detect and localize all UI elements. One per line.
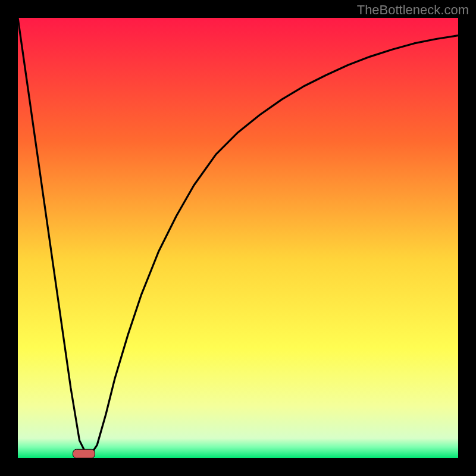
gradient-background xyxy=(18,18,458,458)
chart-frame: TheBottleneck.com xyxy=(0,0,476,476)
optimal-marker xyxy=(73,449,95,458)
plot-area xyxy=(18,18,458,458)
watermark-text: TheBottleneck.com xyxy=(357,2,469,18)
chart-svg xyxy=(18,18,458,458)
